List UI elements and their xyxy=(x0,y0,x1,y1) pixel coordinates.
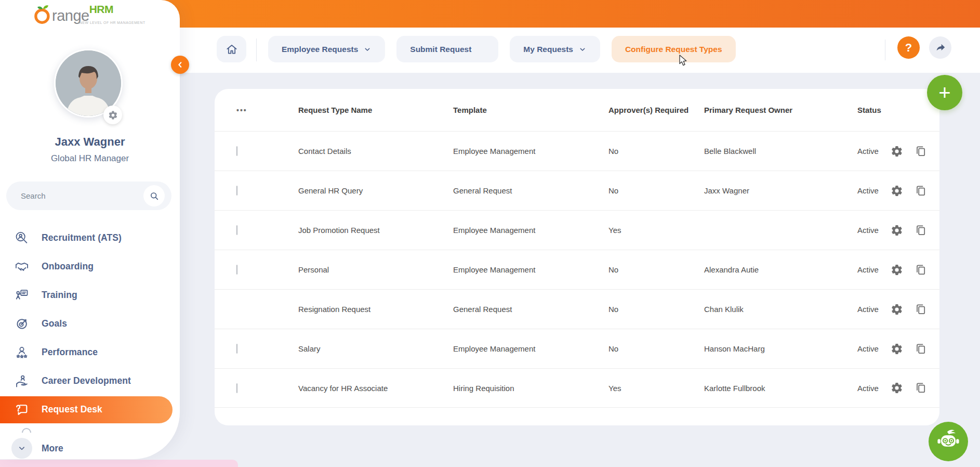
plus-icon: + xyxy=(938,81,950,105)
toolbar-tab[interactable]: Submit Request xyxy=(396,36,498,62)
sidebar-nav-label: Training xyxy=(42,290,77,301)
cell-primary-request-owner: Hanson MacHarg xyxy=(704,344,857,353)
sidebar-nav-item[interactable]: Recruitment (ATS) xyxy=(0,224,180,252)
row-copy-icon[interactable] xyxy=(915,145,927,158)
cell-template: Employee Management xyxy=(453,344,608,353)
logo-tagline: NEW LEVEL OF HR MANAGEMENT xyxy=(80,21,145,24)
row-settings-gear-icon[interactable] xyxy=(891,145,903,158)
sidebar-nav-icon xyxy=(15,403,29,417)
cell-template: Employee Management xyxy=(453,147,608,155)
cell-primary-request-owner: Alexandra Autie xyxy=(704,265,857,274)
toolbar-divider xyxy=(256,38,257,61)
bottom-notification-strip xyxy=(0,460,238,467)
table-menu-ellipsis-icon[interactable]: ••• xyxy=(236,106,247,114)
home-icon xyxy=(225,43,239,56)
chevron-left-icon xyxy=(176,60,184,69)
gear-icon xyxy=(108,110,118,120)
sidebar-nav-item[interactable]: Performance xyxy=(0,338,180,367)
row-checkbox[interactable] xyxy=(236,265,237,275)
row-copy-icon[interactable] xyxy=(915,343,927,355)
search-input[interactable] xyxy=(21,181,140,210)
more-circle xyxy=(11,438,32,459)
status-badge: Active xyxy=(857,186,891,195)
toolbar-tab-label: Employee Requests xyxy=(282,45,358,54)
cell-template: General Request xyxy=(453,186,608,195)
row-settings-gear-icon[interactable] xyxy=(891,185,903,197)
profile-role: Global HR Manager xyxy=(0,153,180,164)
column-header-approvers-required: Approver(s) Required xyxy=(608,106,704,114)
status-badge: Active xyxy=(857,265,891,274)
sidebar-nav-icon xyxy=(15,317,29,331)
more-label: More xyxy=(42,443,63,454)
row-checkbox[interactable] xyxy=(236,383,237,393)
chevron-down-icon xyxy=(363,45,372,54)
row-copy-icon[interactable] xyxy=(915,224,927,237)
search-icon xyxy=(149,191,160,201)
table-row: Personal Employee Management No Alexandr… xyxy=(215,250,939,289)
cell-request-type-name: Job Promotion Request xyxy=(298,226,453,235)
row-copy-icon[interactable] xyxy=(915,264,927,276)
row-settings-gear-icon[interactable] xyxy=(891,343,903,355)
cell-template: Employee Management xyxy=(453,226,608,235)
chevron-down-icon xyxy=(17,444,27,453)
toolbar-tab-label: Submit Request xyxy=(410,45,471,54)
sidebar-search xyxy=(6,181,171,210)
table-row: Vacancy for HR Associate Hiring Requisit… xyxy=(215,368,939,408)
share-arrow-icon xyxy=(935,42,946,54)
cell-request-type-name: Resignation Request xyxy=(298,305,453,314)
sidebar-nav-icon xyxy=(15,345,29,360)
cell-template: Hiring Requisition xyxy=(453,384,608,393)
table-row: Contact Details Employee Management No B… xyxy=(215,131,939,171)
assistant-mascot-button[interactable] xyxy=(929,422,968,461)
question-icon: ? xyxy=(905,41,912,55)
column-header-status: Status xyxy=(857,106,939,114)
cell-primary-request-owner: Chan Klulik xyxy=(704,305,857,314)
sidebar-nav-item[interactable]: Training xyxy=(0,281,180,309)
table-row: Resignation Request General Request No C… xyxy=(215,289,939,329)
sidebar-collapse-button[interactable] xyxy=(171,56,189,74)
hidden-nav-item-fragment xyxy=(22,428,31,433)
cell-request-type-name: Salary xyxy=(298,344,453,353)
row-checkbox[interactable] xyxy=(236,146,237,156)
cell-template: General Request xyxy=(453,305,608,314)
share-button[interactable] xyxy=(929,36,951,59)
add-request-type-button[interactable]: + xyxy=(927,75,962,110)
sidebar-nav-item[interactable]: Goals xyxy=(0,309,180,338)
column-header-primary-request-owner: Primary Request Owner xyxy=(704,106,857,114)
sidebar-nav-item[interactable]: Request Desk xyxy=(0,396,173,423)
row-settings-gear-icon[interactable] xyxy=(891,264,903,276)
row-checkbox[interactable] xyxy=(236,225,237,235)
table-row: Salary Employee Management No Hanson Mac… xyxy=(215,329,939,368)
home-button[interactable] xyxy=(217,36,246,62)
column-header-request-type-name: Request Type Name xyxy=(298,106,453,114)
row-copy-icon[interactable] xyxy=(915,185,927,197)
row-copy-icon[interactable] xyxy=(915,382,927,394)
sidebar-nav-item[interactable]: Onboarding xyxy=(0,252,180,281)
row-checkbox[interactable] xyxy=(236,344,237,354)
cell-request-type-name: Contact Details xyxy=(298,147,453,155)
sidebar-nav-label: Request Desk xyxy=(42,404,102,415)
sidebar-nav-item[interactable]: Career Development xyxy=(0,367,180,395)
toolbar-tab[interactable]: My Requests xyxy=(510,36,600,62)
row-settings-gear-icon[interactable] xyxy=(891,382,903,394)
toolbar-tab[interactable]: Employee Requests xyxy=(268,36,385,62)
cell-approvers-required: No xyxy=(608,186,704,195)
profile-settings-button[interactable] xyxy=(103,106,122,124)
row-settings-gear-icon[interactable] xyxy=(891,224,903,237)
search-button[interactable] xyxy=(143,185,165,206)
table-row: General HR Query General Request No Jaxx… xyxy=(215,171,939,210)
sidebar-nav-label: Performance xyxy=(42,347,98,358)
row-settings-gear-icon[interactable] xyxy=(891,303,903,316)
robot-mascot-icon xyxy=(935,428,962,455)
sidebar-more-button[interactable]: More xyxy=(0,438,180,459)
help-button[interactable]: ? xyxy=(897,36,920,59)
cell-approvers-required: Yes xyxy=(608,226,704,235)
row-copy-icon[interactable] xyxy=(915,303,927,316)
cell-approvers-required: No xyxy=(608,147,704,155)
sidebar-nav: Recruitment (ATS) Onboarding Training Go… xyxy=(0,224,180,424)
toolbar-tab[interactable]: Configure Request Types xyxy=(612,36,736,62)
sidebar: range HRM NEW LEVEL OF HR MANAGEMENT Jax… xyxy=(0,0,180,459)
row-checkbox[interactable] xyxy=(236,186,237,196)
status-badge: Active xyxy=(857,344,891,353)
column-header-template: Template xyxy=(453,106,608,114)
